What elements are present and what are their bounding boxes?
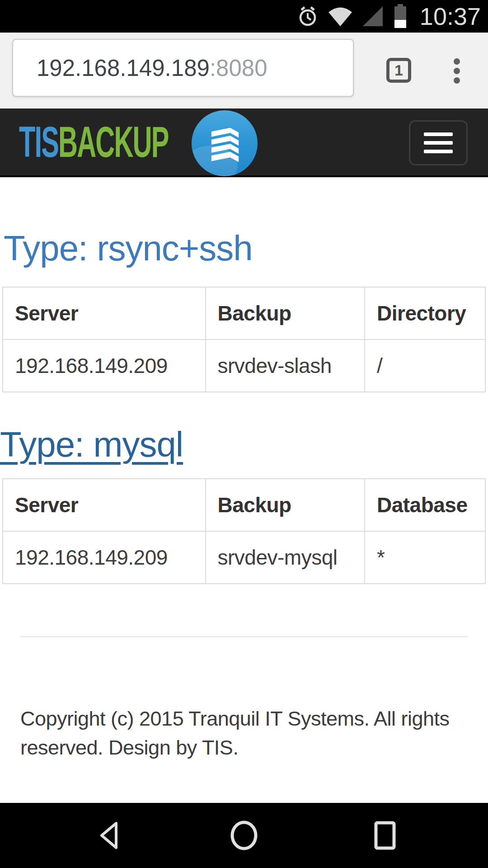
browser-toolbar: 192.168.149.189:8080 1: [0, 33, 488, 108]
backup-cell: srvdev-mysql: [206, 531, 365, 584]
column-header: Backup: [206, 479, 365, 531]
tab-count: 1: [394, 61, 403, 79]
table-row: 192.168.149.209 srvdev-slash /: [3, 340, 485, 392]
home-icon[interactable]: [217, 803, 271, 868]
overflow-menu-icon[interactable]: [450, 58, 463, 84]
logo-text-tis: TIS: [19, 118, 58, 166]
column-header: Server: [3, 479, 206, 531]
back-icon[interactable]: [82, 803, 136, 868]
column-header: Directory: [365, 287, 485, 340]
database-cell: *: [365, 531, 485, 584]
footer-divider: [20, 636, 468, 637]
server-cell: 192.168.149.209: [3, 340, 206, 392]
column-header: Server: [3, 287, 206, 340]
section-title-mysql[interactable]: Type: mysql: [0, 424, 183, 465]
tab-switcher-button[interactable]: 1: [386, 58, 411, 83]
mysql-backups-table: Server Backup Database 192.168.149.209 s…: [2, 478, 486, 584]
column-header: Database: [365, 479, 485, 531]
section-title-rsync-ssh[interactable]: Type: rsync+ssh: [4, 228, 488, 269]
url-bar[interactable]: 192.168.149.189:8080: [12, 39, 354, 97]
hamburger-menu-icon[interactable]: [409, 120, 468, 165]
recents-icon[interactable]: [358, 803, 412, 868]
url-port: :8080: [210, 55, 267, 81]
copyright-text: Copyright (c) 2015 Tranquil IT Systems. …: [20, 704, 452, 762]
site-header: TISBACKUP: [0, 108, 488, 177]
battery-icon: [392, 3, 409, 30]
tisbackup-logo[interactable]: TISBACKUP: [19, 118, 168, 165]
server-cell: 192.168.149.209: [3, 531, 206, 584]
logo-stack-icon: [192, 110, 258, 176]
logo-text-backup: BACKUP: [58, 118, 168, 166]
table-header-row: Server Backup Database: [3, 479, 485, 531]
table-row: 192.168.149.209 srvdev-mysql *: [3, 531, 485, 584]
clock-time: 10:37: [420, 2, 481, 30]
url-host: 192.168.149.189: [37, 55, 210, 81]
phone-screen: 10:37 192.168.149.189:8080 1 TISBACKUP: [0, 0, 488, 868]
status-bar: 10:37: [0, 0, 488, 33]
android-nav-bar: [0, 803, 488, 868]
table-header-row: Server Backup Directory: [3, 287, 485, 340]
wifi-icon: [327, 5, 354, 27]
directory-cell: /: [365, 340, 485, 392]
column-header: Backup: [206, 287, 365, 340]
page-content: Type: rsync+ssh Server Backup Directory …: [0, 177, 488, 803]
alarm-icon: [297, 5, 319, 27]
backup-cell: srvdev-slash: [206, 340, 365, 392]
rsync-backups-table: Server Backup Directory 192.168.149.209 …: [2, 287, 486, 392]
cell-signal-icon: [362, 5, 384, 27]
